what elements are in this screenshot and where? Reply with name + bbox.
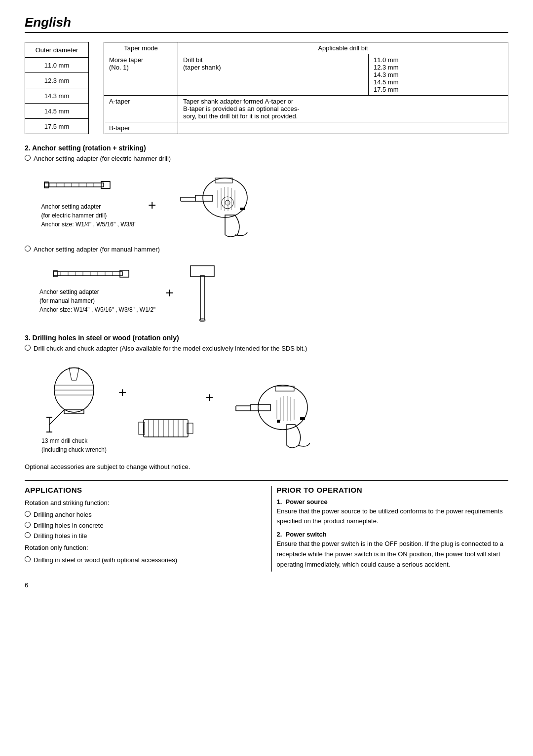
pto-heading-2: 2. Power switch xyxy=(277,531,509,538)
outer-diameter-header: Outer diameter xyxy=(25,42,89,58)
svg-rect-46 xyxy=(64,410,84,414)
pto-heading-1: 1. Power source xyxy=(277,498,509,505)
adapter1-caption: Anchor setting adapter (for electric ham… xyxy=(41,202,137,229)
pto-text-2: Ensure that the power switch is in the O… xyxy=(277,539,509,570)
svg-point-17 xyxy=(222,197,233,209)
svg-rect-51 xyxy=(144,420,188,437)
svg-point-63 xyxy=(258,385,307,430)
svg-rect-72 xyxy=(277,420,280,423)
pto-text-1: Ensure that the power source to be utili… xyxy=(277,506,509,527)
svg-rect-39 xyxy=(190,266,214,277)
section-2-heading: 2. Anchor setting (rotation + striking) xyxy=(25,144,508,152)
rotation-item-1: Drilling in steel or wood (with optional… xyxy=(25,555,257,565)
hammer-drill-2-svg xyxy=(224,375,322,454)
outer-diameter-table: Outer diameter 11.0 mm 12.3 mm 14.3 mm 1… xyxy=(25,42,89,134)
diameter-row: 17.5 mm xyxy=(25,119,89,134)
taper-mode-header: Taper mode xyxy=(104,42,178,54)
svg-rect-38 xyxy=(200,276,204,320)
section-2-item2: Anchor setting adapter (for manual hamme… xyxy=(25,245,508,254)
morse-taper-cell: Morse taper (No. 1) xyxy=(104,54,178,96)
adapter2-caption: Anchor setting adapter (for manual hamme… xyxy=(39,288,155,314)
hammer-drill-svg xyxy=(166,171,265,240)
diameter-row: 12.3 mm xyxy=(25,73,89,88)
manual-adapter-illustration: Anchor setting adapter (for manual hamme… xyxy=(39,261,155,314)
svg-rect-70 xyxy=(275,386,294,391)
bullet-circle-2 xyxy=(25,246,31,252)
svg-rect-64 xyxy=(251,404,270,411)
section-3-item1: Drill chuck and chuck adapter (Also avai… xyxy=(25,344,508,354)
svg-rect-27 xyxy=(53,272,122,276)
svg-rect-0 xyxy=(44,183,104,187)
svg-rect-13 xyxy=(195,195,213,201)
chuck-adapter-svg xyxy=(136,405,195,454)
drill-sizes-cell: 11.0 mm 12.3 mm 14.3 mm 14.5 mm 17.5 mm xyxy=(368,54,508,96)
a-taper-cell: A-taper xyxy=(104,96,178,122)
app-item-2: Drilling holes in concrete xyxy=(25,521,257,531)
drill-chuck-caption: 13 mm drill chuck (including chuck wrenc… xyxy=(41,436,107,454)
app-bullet-2 xyxy=(25,522,31,528)
pto-item-1: 1. Power source Ensure that the power so… xyxy=(277,498,509,527)
section-2: 2. Anchor setting (rotation + striking) … xyxy=(25,144,508,325)
hammer-drill-2-illustration xyxy=(224,375,322,454)
drill-bit-cell: Drill bit (taper shank) xyxy=(178,54,369,96)
app-item-2-text: Drilling holes in concrete xyxy=(34,521,104,531)
applications-column: APPLICATIONS Rotation and striking funct… xyxy=(25,486,271,572)
diameter-row: 11.0 mm xyxy=(25,58,89,73)
pto-num-2: 2. xyxy=(277,531,282,538)
section-3-heading: 3. Drilling holes in steel or wood (rota… xyxy=(25,334,508,342)
bullet-circle xyxy=(25,155,31,161)
section-2-item2-text: Anchor setting adapter (for manual hamme… xyxy=(34,245,160,254)
plus-sign-1: + xyxy=(138,197,166,213)
anchor-adapter-svg xyxy=(39,171,138,200)
app-item-3-text: Drilling holes in tile xyxy=(34,531,87,541)
prior-to-operation-title: PRIOR TO OPERATION xyxy=(277,486,509,494)
pto-heading-2-text: Power switch xyxy=(286,531,327,538)
section-2-item1: Anchor setting adapter (for electric ham… xyxy=(25,154,508,164)
applications-title: APPLICATIONS xyxy=(25,486,257,494)
prior-to-operation-column: PRIOR TO OPERATION 1. Power source Ensur… xyxy=(271,486,509,572)
manual-hammer-illustration xyxy=(183,261,223,325)
drill-chuck-illustration: 13 mm drill chuck (including chuck wrenc… xyxy=(39,360,109,454)
rotation-item-1-text: Drilling in steel or wood (with optional… xyxy=(34,555,177,565)
page-number: 6 xyxy=(25,581,508,589)
svg-rect-2 xyxy=(101,181,110,188)
hammer-drill-illustration xyxy=(166,171,265,240)
app-item-1: Drilling anchor holes xyxy=(25,510,257,520)
app-bullet-3 xyxy=(25,532,31,538)
b-taper-description xyxy=(178,122,508,134)
plus-sign-4: + xyxy=(195,390,223,405)
section-3: 3. Drilling holes in steel or wood (rota… xyxy=(25,334,508,454)
app-bullet-1 xyxy=(25,511,31,517)
svg-marker-45 xyxy=(69,368,79,380)
anchor-adapter-illustration: Anchor setting adapter (for electric ham… xyxy=(39,171,138,229)
section-3-item1-text: Drill chuck and chuck adapter (Also avai… xyxy=(34,344,307,354)
pto-item-2: 2. Power switch Ensure that the power sw… xyxy=(277,531,509,570)
page-header: English xyxy=(25,15,508,33)
svg-point-12 xyxy=(203,178,247,217)
diameter-row: 14.3 mm xyxy=(25,88,89,104)
svg-rect-20 xyxy=(240,208,245,210)
pto-heading-1-text: Power source xyxy=(286,498,328,505)
rotation-striking-label: Rotation and striking function: xyxy=(25,498,257,508)
svg-rect-71 xyxy=(300,417,305,420)
plus-sign-2: + xyxy=(155,285,183,301)
rotation-bullet-1 xyxy=(25,556,31,562)
bottom-row: APPLICATIONS Rotation and striking funct… xyxy=(25,480,508,572)
taper-mode-table: Taper mode Applicable drill bit Morse ta… xyxy=(104,42,508,134)
svg-point-18 xyxy=(225,200,230,205)
app-item-3: Drilling holes in tile xyxy=(25,531,257,541)
rotation-only-label: Rotation only function: xyxy=(25,543,257,553)
diameter-row: 14.5 mm xyxy=(25,104,89,119)
section-2-item1-text: Anchor setting adapter (for electric ham… xyxy=(34,154,171,164)
pto-num-1: 1. xyxy=(277,498,282,505)
tables-row: Outer diameter 11.0 mm 12.3 mm 14.3 mm 1… xyxy=(25,42,508,134)
page-title: English xyxy=(25,15,508,30)
drill-chuck-svg xyxy=(39,360,109,434)
plus-sign-3: + xyxy=(109,385,136,400)
applicable-drill-header: Applicable drill bit xyxy=(178,42,508,54)
a-taper-description: Taper shank adapter formed A-taper or B-… xyxy=(178,96,508,122)
b-taper-cell: B-taper xyxy=(104,122,178,134)
chuck-adapter-illustration xyxy=(136,405,195,454)
svg-rect-29 xyxy=(120,270,129,277)
manual-adapter-svg xyxy=(48,261,147,286)
